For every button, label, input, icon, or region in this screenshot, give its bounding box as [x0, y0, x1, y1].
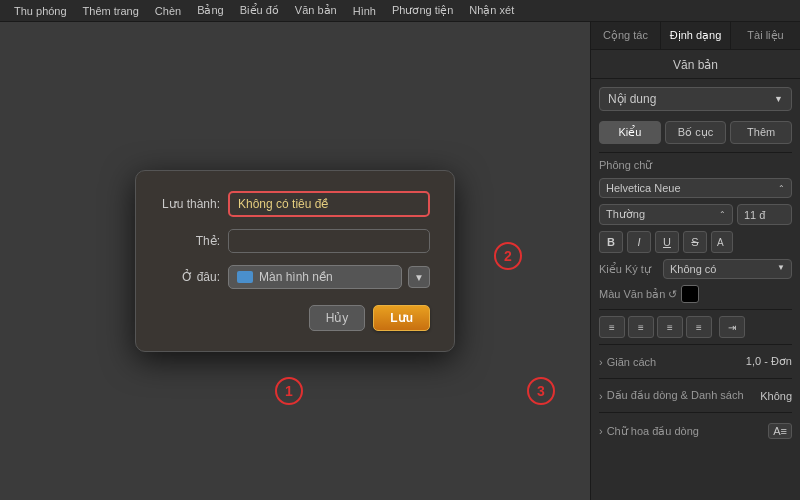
style-buttons-row: Kiểu Bố cục Thêm	[599, 121, 792, 144]
font-family-select[interactable]: Helvetica Neue ⌃	[599, 178, 792, 198]
menu-hinh[interactable]: Hình	[347, 3, 382, 19]
spacing-row[interactable]: › Giãn cách 1,0 - Đơn	[599, 351, 792, 372]
menu-bar: Thu phóng Thêm trang Chèn Bảng Biểu đồ V…	[0, 0, 800, 22]
content-chevron-icon: ▼	[774, 94, 783, 104]
font-family-chevron-icon: ⌃	[778, 184, 785, 193]
cancel-button[interactable]: Hủy	[309, 305, 366, 331]
char-type-row: Kiểu Ký tự Không có ▼	[599, 259, 792, 279]
location-select[interactable]: Màn hình nền	[228, 265, 402, 289]
align-left-button[interactable]: ≡	[599, 316, 625, 338]
text-color-row: Màu Văn bản ↺	[599, 285, 792, 303]
style-btn-kieu[interactable]: Kiểu	[599, 121, 661, 144]
text-color-label: Màu Văn bản ↺	[599, 288, 677, 301]
color-picker-icon: A	[715, 235, 729, 249]
save-dialog: Lưu thành: Thẻ: Ở đâu: Màn hình nền	[135, 170, 455, 352]
divider-3	[599, 344, 792, 345]
menu-phuong-tien[interactable]: Phương tiện	[386, 2, 459, 19]
font-style-chevron-icon: ⌃	[719, 210, 726, 219]
spacing-label: › Giãn cách	[599, 356, 656, 368]
location-value: Màn hình nền	[259, 270, 333, 284]
menu-nhan-xet[interactable]: Nhận xét	[463, 2, 520, 19]
align-justify-button[interactable]: ≡	[686, 316, 712, 338]
caps-label: › Chữ hoa đầu dòng	[599, 425, 699, 438]
save-as-input[interactable]	[228, 191, 430, 217]
char-type-select[interactable]: Không có ▼	[663, 259, 792, 279]
location-dropdown-arrow[interactable]: ▼	[408, 266, 430, 288]
font-size-value: 11 đ	[744, 209, 765, 221]
font-size-field[interactable]: 11 đ	[737, 204, 792, 225]
format-buttons-row: B I U S A	[599, 231, 792, 253]
svg-text:A: A	[717, 237, 724, 248]
list-row[interactable]: › Dấu đầu dòng & Danh sách Không	[599, 385, 792, 406]
right-panel: Cộng tác Định dạng Tài liệu Văn bản Nội …	[590, 22, 800, 500]
desktop-icon	[237, 271, 253, 283]
tags-label: Thẻ:	[160, 234, 220, 248]
style-btn-them[interactable]: Thêm	[730, 121, 792, 144]
divider-4	[599, 378, 792, 379]
dialog-buttons: Hủy Lưu	[160, 305, 430, 331]
char-type-value: Không có	[670, 263, 716, 275]
menu-chen[interactable]: Chèn	[149, 3, 187, 19]
font-style-size-row: Thường ⌃ 11 đ	[599, 204, 792, 225]
location-row: Ở đâu: Màn hình nền ▼	[160, 265, 430, 289]
tab-dinh-dang[interactable]: Định dạng	[661, 22, 731, 49]
spacing-chevron-icon: ›	[599, 356, 603, 368]
dialog-overlay: Lưu thành: Thẻ: Ở đâu: Màn hình nền	[0, 22, 590, 500]
style-btn-bo-cuc[interactable]: Bố cục	[665, 121, 727, 144]
save-as-row: Lưu thành:	[160, 191, 430, 217]
divider-2	[599, 309, 792, 310]
panel-top-tabs: Cộng tác Định dạng Tài liệu	[591, 22, 800, 50]
indent-button[interactable]: ⇥	[719, 316, 745, 338]
tags-row: Thẻ:	[160, 229, 430, 253]
underline-button[interactable]: U	[655, 231, 679, 253]
caps-icon: A≡	[768, 423, 792, 439]
tab-tai-lieu[interactable]: Tài liệu	[731, 22, 800, 49]
font-family-label: Helvetica Neue	[606, 182, 681, 194]
list-value: Không	[760, 390, 792, 402]
align-right-button[interactable]: ≡	[657, 316, 683, 338]
font-style-label: Thường	[606, 208, 645, 221]
tab-cong-tac[interactable]: Cộng tác	[591, 22, 661, 49]
content-label: Nội dung	[608, 92, 656, 106]
char-type-label: Kiểu Ký tự	[599, 263, 659, 276]
panel-content: Nội dung ▼ Kiểu Bố cục Thêm Phông chữ He…	[591, 79, 800, 500]
text-color-swatch[interactable]	[681, 285, 699, 303]
italic-button[interactable]: I	[627, 231, 651, 253]
font-style-select[interactable]: Thường ⌃	[599, 204, 733, 225]
location-control: Màn hình nền ▼	[228, 265, 430, 289]
menu-bang[interactable]: Bảng	[191, 2, 230, 19]
spacing-value: 1,0 - Đơn	[746, 355, 792, 368]
text-color-button[interactable]: A	[711, 231, 733, 253]
tags-input[interactable]	[228, 229, 430, 253]
list-chevron-icon: ›	[599, 390, 603, 402]
menu-bieu-do[interactable]: Biểu đồ	[234, 2, 285, 19]
chevron-down-icon: ▼	[414, 272, 424, 283]
caps-row[interactable]: › Chữ hoa đầu dòng A≡	[599, 419, 792, 443]
menu-them-trang[interactable]: Thêm trang	[77, 3, 145, 19]
bold-button[interactable]: B	[599, 231, 623, 253]
menu-van-ban[interactable]: Văn bản	[289, 2, 343, 19]
font-section-header: Phông chữ	[599, 159, 792, 172]
canvas-area[interactable]: Lưu thành: Thẻ: Ở đâu: Màn hình nền	[0, 22, 590, 500]
save-button[interactable]: Lưu	[373, 305, 430, 331]
list-label: › Dấu đầu dòng & Danh sách	[599, 389, 744, 402]
divider-1	[599, 152, 792, 153]
caps-chevron-icon: ›	[599, 425, 603, 437]
panel-section-title: Văn bản	[591, 50, 800, 79]
char-type-chevron-icon: ▼	[777, 263, 785, 275]
content-dropdown[interactable]: Nội dung ▼	[599, 87, 792, 111]
main-layout: Lưu thành: Thẻ: Ở đâu: Màn hình nền	[0, 22, 800, 500]
menu-thu-phong[interactable]: Thu phóng	[8, 3, 73, 19]
align-center-button[interactable]: ≡	[628, 316, 654, 338]
location-label: Ở đâu:	[160, 270, 220, 284]
divider-5	[599, 412, 792, 413]
save-as-label: Lưu thành:	[160, 197, 220, 211]
strike-button[interactable]: S	[683, 231, 707, 253]
align-row: ≡ ≡ ≡ ≡ ⇥	[599, 316, 792, 338]
